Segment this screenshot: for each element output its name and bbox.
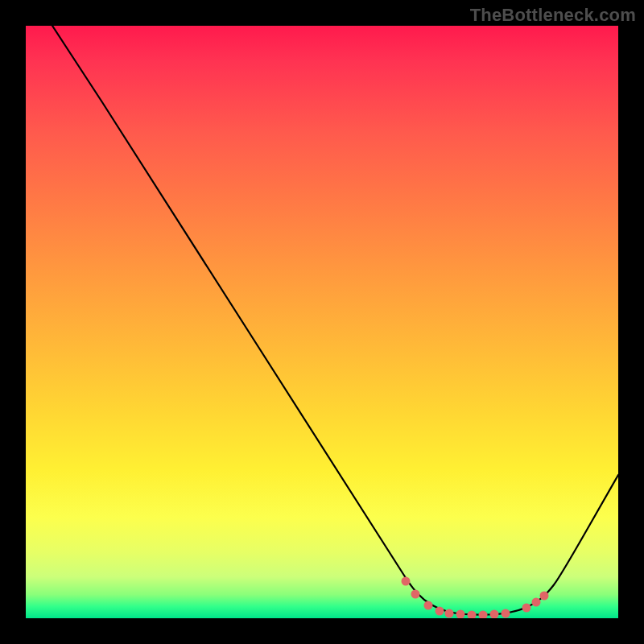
- curve-marker: [540, 592, 549, 601]
- curve-marker: [522, 604, 531, 613]
- curve-marker: [468, 611, 477, 619]
- curve-marker: [445, 609, 454, 618]
- curve-marker: [502, 609, 510, 618]
- watermark-text: TheBottleneck.com: [470, 5, 636, 26]
- curve-marker: [490, 610, 499, 619]
- curve-marker: [436, 607, 444, 616]
- curve-marker: [402, 577, 411, 586]
- curve-marker: [532, 598, 541, 607]
- chart-frame: TheBottleneck.com: [0, 0, 644, 644]
- curve-marker: [456, 610, 465, 619]
- plot-area: [26, 26, 618, 618]
- curve-svg: [26, 26, 618, 618]
- curve-marker: [479, 611, 488, 619]
- curve-marker: [411, 590, 420, 599]
- curve-markers: [402, 577, 549, 619]
- curve-marker: [424, 601, 433, 610]
- bottleneck-curve: [52, 26, 618, 615]
